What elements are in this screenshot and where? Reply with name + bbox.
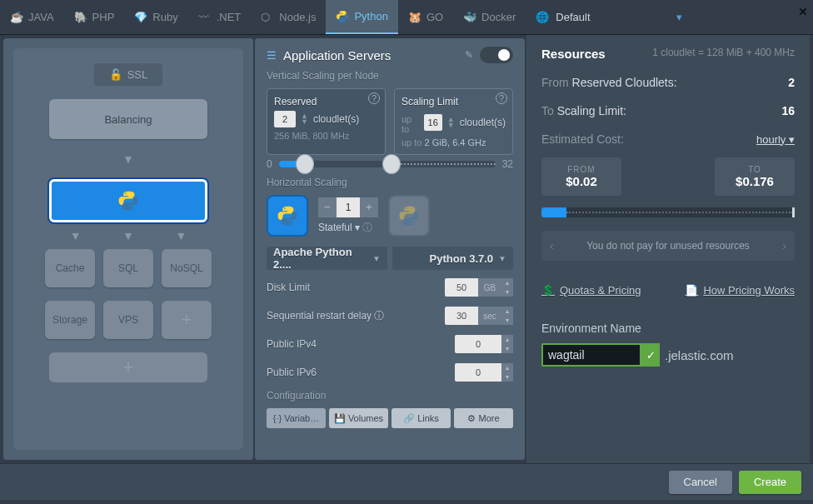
tab-php[interactable]: 🐘PHP	[64, 0, 125, 34]
close-icon[interactable]: ✕	[798, 5, 808, 18]
from-label2: Reserved Cloudlets:	[572, 76, 677, 89]
storage-node[interactable]: Storage	[45, 301, 95, 339]
variables-button[interactable]: {·}Variab…	[267, 408, 326, 428]
version-label: Python 3.7.0	[430, 252, 494, 265]
period-dropdown[interactable]: hourly ▾	[756, 133, 795, 146]
chevron-left-icon[interactable]: ‹	[550, 239, 554, 252]
decrement-button[interactable]: −	[318, 197, 337, 217]
btn-label: Create	[754, 476, 786, 488]
server-toggle[interactable]: ON	[480, 47, 513, 63]
php-icon: 🐘	[74, 11, 87, 24]
stateful-dropdown[interactable]: Stateful ▾ ⓘ	[318, 221, 378, 235]
to-label: To	[541, 104, 554, 117]
region-dropdown[interactable]: 🌐 Default ▾	[526, 0, 692, 34]
docker-icon: 🐳	[463, 11, 476, 24]
sql-node[interactable]: SQL	[103, 249, 153, 287]
app-server-node[interactable]	[49, 179, 207, 222]
ipv4-input[interactable]: 0	[455, 335, 501, 353]
chevron-right-icon[interactable]: ›	[782, 239, 786, 252]
node-label: Balancing	[104, 113, 152, 126]
increment-button[interactable]: +	[360, 197, 378, 217]
hs-python-active[interactable]	[267, 195, 308, 237]
cancel-button[interactable]: Cancel	[669, 471, 732, 494]
tab-dotnet[interactable]: 〰.NET	[188, 0, 252, 34]
price-to-card: TO $0.176	[715, 157, 795, 196]
links-button[interactable]: 🔗Links	[392, 408, 451, 428]
edit-icon[interactable]: ✎	[465, 49, 473, 61]
cloudlet-slider[interactable]	[279, 161, 496, 167]
slider-thumb-reserved[interactable]	[296, 154, 314, 174]
price-from-card: FROM $0.02	[541, 157, 621, 196]
help-icon[interactable]: ⓘ	[374, 310, 384, 322]
help-icon[interactable]: ?	[368, 92, 380, 104]
price-to-value: $0.176	[736, 174, 774, 188]
hs-python-add[interactable]	[388, 195, 430, 237]
help-icon[interactable]: ⓘ	[362, 222, 372, 233]
how-pricing-link[interactable]: 📄How Pricing Works	[685, 284, 795, 297]
to-label2: Scaling Limit:	[557, 104, 626, 117]
doc-icon: 📄	[685, 284, 698, 297]
disk-unit: GB	[478, 278, 501, 297]
restart-spinner[interactable]: ▲▼	[501, 307, 513, 325]
vps-node[interactable]: VPS	[103, 301, 153, 339]
ipv6-input[interactable]: 0	[455, 363, 501, 382]
restart-label: Sequential restart delay ⓘ	[267, 309, 445, 323]
balancing-node[interactable]: Balancing	[49, 99, 207, 139]
stack-dropdown[interactable]: Apache Python 2....▼	[267, 247, 387, 270]
ssl-toggle[interactable]: 🔓SSL	[94, 63, 163, 86]
limit-input[interactable]: 16	[424, 114, 442, 131]
disk-limit-input[interactable]: 50	[445, 278, 478, 297]
ipv6-spinner[interactable]: ▲▼	[501, 363, 513, 382]
chevron-down-icon: ▼	[498, 254, 506, 263]
tab-go[interactable]: 🐹GO	[398, 0, 453, 34]
reserved-input[interactable]: 2	[274, 111, 296, 127]
java-icon: ☕	[10, 11, 23, 24]
limit-hint: 2 GiB, 6.4 GHz	[425, 137, 486, 147]
ssl-label: SSL	[127, 68, 148, 81]
info-banner: ‹ You do not pay for unused resources ›	[541, 231, 795, 261]
cost-gauge	[541, 207, 795, 217]
dotnet-icon: 〰	[198, 11, 212, 24]
add-tier-button[interactable]: +	[162, 301, 212, 339]
disk-spinner[interactable]: ▲▼	[501, 278, 513, 297]
tab-ruby[interactable]: 💎Ruby	[124, 0, 187, 34]
nosql-node[interactable]: NoSQL	[162, 249, 212, 287]
python-icon	[336, 10, 349, 23]
vertical-scaling-label: Vertical Scaling per Node	[267, 70, 513, 82]
tab-docker[interactable]: 🐳Docker	[453, 0, 526, 34]
spinner-icon[interactable]: ▲▼	[301, 113, 308, 125]
slider-min: 0	[267, 158, 272, 170]
tab-python[interactable]: Python	[326, 0, 397, 34]
restart-unit: sec	[478, 307, 501, 325]
create-button[interactable]: Create	[739, 471, 801, 494]
tab-java[interactable]: ☕JAVA	[0, 0, 64, 34]
node-count[interactable]: 1	[337, 197, 360, 217]
env-name-input[interactable]	[541, 343, 641, 367]
reserved-hint: 256 MiB, 800 MHz	[274, 131, 378, 141]
reserved-card: ? Reserved 2 ▲▼ cloudlet(s) 256 MiB, 800…	[267, 88, 386, 155]
tab-label: .NET	[217, 11, 242, 23]
cache-node[interactable]: Cache	[45, 249, 95, 287]
tab-nodejs[interactable]: ⬡Node.js	[251, 0, 326, 34]
spinner-icon[interactable]: ▲▼	[447, 117, 455, 128]
link-icon: 🔗	[403, 413, 415, 424]
add-layer-button[interactable]: +	[49, 352, 207, 382]
more-button[interactable]: ⚙More	[454, 408, 513, 428]
ruby-icon: 💎	[134, 11, 147, 24]
globe-icon: 🌐	[536, 11, 549, 23]
version-dropdown[interactable]: Python 3.7.0▼	[392, 247, 513, 270]
horizontal-scaling-label: Horizontal Scaling	[267, 177, 513, 188]
volumes-button[interactable]: 💾Volumes	[329, 408, 388, 428]
topology-panel: 🔓SSL Balancing ▼ ▼▼▼ Cache SQL NoSQL Sto…	[3, 38, 253, 460]
help-icon[interactable]: ?	[496, 92, 507, 104]
restart-input[interactable]: 30	[445, 307, 478, 325]
limit-prefix: up to	[402, 114, 419, 134]
quotas-pricing-link[interactable]: 💲Quotas & Pricing	[541, 284, 641, 297]
arrow-down-icon: ▼	[122, 152, 134, 166]
nodejs-icon: ⬡	[261, 11, 274, 24]
ipv4-spinner[interactable]: ▲▼	[501, 335, 513, 353]
dollar-icon: 💲	[541, 284, 555, 297]
tab-label: PHP	[92, 11, 115, 23]
btn-label: Volumes	[348, 413, 383, 423]
slider-thumb-limit[interactable]	[382, 154, 401, 174]
